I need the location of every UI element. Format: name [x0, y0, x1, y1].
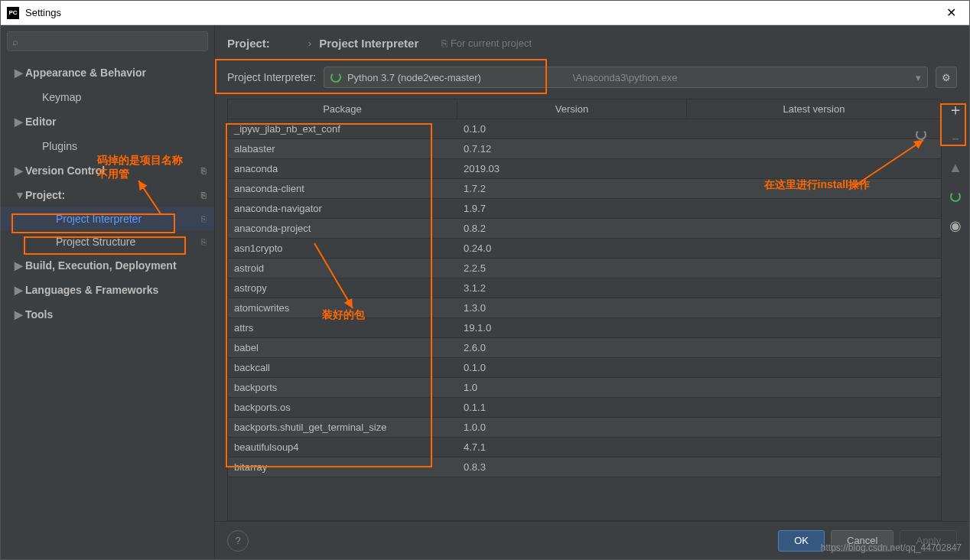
sidebar-item-label: Editor [25, 116, 56, 128]
cell-package: atomicwrites [228, 302, 457, 314]
col-package[interactable]: Package [228, 99, 457, 119]
cell-version: 0.24.0 [457, 243, 687, 254]
cell-version: 1.3.0 [457, 302, 687, 314]
titlebar: PC Settings ✕ [1, 1, 969, 25]
table-row[interactable]: alabaster0.7.12 [228, 139, 941, 159]
sidebar-item[interactable]: Project Interpreter⎘ [1, 207, 214, 230]
sidebar-item[interactable]: ▶Appearance & Behavior [1, 60, 214, 85]
breadcrumb-hint: ⎘ For current project [441, 37, 532, 49]
interpreter-dropdown[interactable]: Python 3.7 (node2vec-master) \Anaconda3\… [324, 67, 928, 88]
interpreter-path: \Anaconda3\python.exe [573, 72, 678, 83]
table-row[interactable]: backcall0.1.0 [228, 358, 941, 378]
table-row[interactable]: babel2.6.0 [228, 338, 941, 358]
interpreter-row: Project Interpreter: Python 3.7 (node2ve… [215, 60, 969, 99]
table-row[interactable]: attrs19.1.0 [228, 318, 941, 338]
table-row[interactable]: atomicwrites1.3.0 [228, 298, 941, 318]
cell-package: anaconda-project [228, 223, 457, 234]
cell-version: 0.8.2 [457, 223, 687, 234]
cell-version: 1.7.2 [457, 183, 687, 194]
help-button[interactable]: ? [227, 530, 249, 552]
cell-version: 19.1.0 [457, 322, 687, 334]
table-row[interactable]: anaconda-project0.8.2 [228, 219, 941, 239]
breadcrumb-separator: › [308, 37, 311, 49]
table-header: Package Version Latest version [228, 99, 941, 119]
col-version[interactable]: Version [457, 99, 687, 119]
sidebar-item[interactable]: ▼Project:⎘ [1, 183, 214, 207]
cell-package: beautifulsoup4 [228, 441, 457, 453]
sidebar-item[interactable]: ▶Version Control⎘ [1, 158, 214, 183]
cell-version: 2.6.0 [457, 342, 687, 353]
table-row[interactable]: astroid2.2.5 [228, 259, 941, 278]
sidebar-item-label: Version Control [25, 164, 105, 177]
sidebar-item[interactable]: ▶Editor [1, 109, 214, 134]
cell-package: anaconda-client [228, 183, 457, 194]
cell-version: 0.8.3 [457, 461, 687, 473]
cell-version: 1.9.7 [457, 203, 687, 214]
ok-button[interactable]: OK [778, 530, 825, 552]
cell-package: backports.os [228, 402, 457, 413]
sidebar-item[interactable]: Keymap [1, 85, 214, 109]
sidebar-item-label: Appearance & Behavior [25, 67, 146, 79]
sidebar-item[interactable]: ▶Build, Execution, Deployment [1, 253, 214, 278]
table-row[interactable]: anaconda2019.03 [228, 159, 941, 179]
cell-package: alabaster [228, 143, 457, 155]
refresh-button[interactable] [945, 186, 966, 207]
table-row[interactable]: astropy3.1.2 [228, 278, 941, 298]
cell-package: backports.shutil_get_terminal_size [228, 422, 457, 433]
window-title: Settings [25, 7, 939, 18]
packages-table: Package Version Latest version _ipyw_jla… [227, 99, 942, 521]
chevron-icon: ▶ [15, 67, 25, 79]
add-button[interactable]: ＋ [945, 99, 966, 120]
table-row[interactable]: bitarray0.8.3 [228, 457, 941, 477]
sidebar-item[interactable]: Project Structure⎘ [1, 230, 214, 253]
settings-tree: ▶Appearance & BehaviorKeymap▶EditorPlugi… [1, 57, 214, 559]
chevron-icon: ▼ [15, 189, 25, 201]
show-button[interactable]: ◉ [945, 215, 966, 236]
gear-icon: ⚙ [942, 72, 951, 83]
cell-version: 0.7.12 [457, 143, 687, 155]
close-icon[interactable]: ✕ [939, 5, 963, 20]
chevron-down-icon: ▾ [916, 72, 921, 83]
table-row[interactable]: anaconda-navigator1.9.7 [228, 199, 941, 219]
cell-package: astroid [228, 262, 457, 274]
cell-package: babel [228, 342, 457, 353]
table-row[interactable]: _ipyw_jlab_nb_ext_conf0.1.0 [228, 119, 941, 139]
table-row[interactable]: anaconda-client1.7.2 [228, 179, 941, 199]
copy-icon: ⎘ [201, 237, 207, 246]
cell-version: 0.1.0 [457, 362, 687, 373]
sidebar-item-label: Keymap [42, 91, 81, 103]
cell-package: bitarray [228, 461, 457, 473]
footer: ? OK Cancel Apply [215, 521, 969, 559]
cell-version: 0.1.0 [457, 123, 687, 135]
cell-version: 3.1.2 [457, 282, 687, 294]
remove-button[interactable]: － [945, 128, 966, 149]
cell-version: 0.1.1 [457, 402, 687, 413]
cell-version: 2.2.5 [457, 262, 687, 274]
col-latest[interactable]: Latest version [687, 99, 941, 119]
cell-package: anaconda-navigator [228, 203, 457, 214]
up-button[interactable]: ▲ [945, 157, 966, 178]
watermark: https://blog.csdn.net/qq_44702847 [821, 542, 962, 553]
chevron-icon: ▶ [15, 308, 25, 321]
search-input[interactable]: ⌕ [7, 31, 208, 51]
table-row[interactable]: asn1crypto0.24.0 [228, 239, 941, 259]
table-row[interactable]: backports.shutil_get_terminal_size1.0.0 [228, 418, 941, 438]
copy-icon: ⎘ [441, 37, 448, 49]
sidebar-item[interactable]: Plugins [1, 134, 214, 158]
search-icon: ⌕ [12, 36, 18, 47]
cell-package: anaconda [228, 163, 457, 174]
table-row[interactable]: backports1.0 [228, 378, 941, 398]
side-toolbar: ＋ － ▲ ◉ [942, 99, 969, 521]
table-row[interactable]: beautifulsoup44.7.1 [228, 438, 941, 457]
breadcrumb-project: Project: [227, 37, 270, 50]
table-body[interactable]: _ipyw_jlab_nb_ext_conf0.1.0alabaster0.7.… [228, 119, 941, 520]
main-panel: Project: › Project Interpreter ⎘ For cur… [215, 25, 969, 559]
gear-button[interactable]: ⚙ [936, 67, 957, 88]
table-row[interactable]: backports.os0.1.1 [228, 398, 941, 418]
chevron-icon: ▶ [15, 164, 25, 177]
sidebar-item[interactable]: ▶Languages & Frameworks [1, 278, 214, 302]
copy-icon: ⎘ [201, 166, 207, 175]
sidebar-item[interactable]: ▶Tools [1, 302, 214, 327]
copy-icon: ⎘ [201, 190, 207, 200]
interpreter-label: Project Interpreter: [227, 71, 316, 83]
